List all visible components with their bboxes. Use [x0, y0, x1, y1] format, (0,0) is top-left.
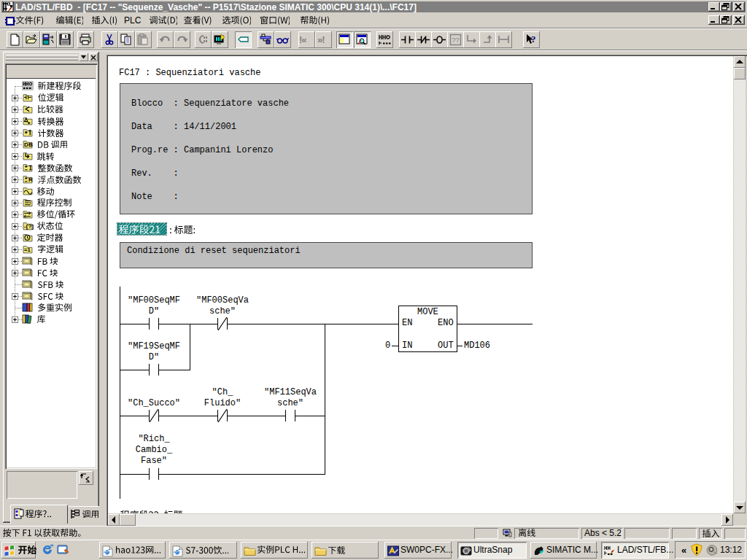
- svg-text:?: ?: [531, 34, 536, 44]
- svg-text:R: R: [28, 176, 33, 183]
- svg-text:??: ??: [452, 36, 460, 44]
- svg-text:-[?]: -[?]: [24, 223, 34, 230]
- svg-text:=1: =1: [24, 246, 31, 253]
- svg-text:DB: DB: [24, 141, 33, 148]
